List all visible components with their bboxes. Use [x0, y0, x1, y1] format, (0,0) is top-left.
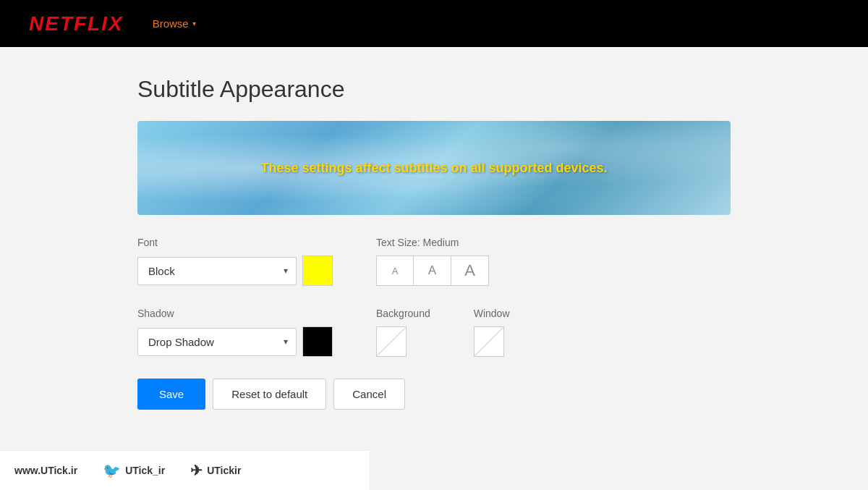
preview-text: These settings affect subtitles on all s… — [260, 161, 607, 176]
netflix-logo: NETFLIX — [29, 12, 124, 35]
twitter-handle: UTick_ir — [125, 465, 165, 476]
text-size-controls: A A A — [376, 255, 489, 286]
footer-telegram: ✈ UTickir — [190, 462, 241, 479]
shadow-dropdown[interactable]: None Drop Shadow Raised Depressed Unifor… — [137, 328, 297, 356]
shadow-color-swatch[interactable] — [302, 326, 333, 357]
font-textsizerow: Font Block Arial Times New Roman Courier… — [137, 237, 731, 286]
telegram-handle: UTickir — [207, 465, 241, 476]
shadow-group: Shadow None Drop Shadow Raised Depressed… — [137, 308, 333, 357]
font-color-swatch[interactable] — [302, 255, 333, 286]
action-buttons: Save Reset to default Cancel — [137, 379, 731, 410]
background-controls — [376, 326, 430, 357]
text-size-group: Text Size: Medium A A A — [376, 237, 489, 286]
text-size-label: Text Size: Medium — [376, 237, 489, 248]
preview-banner: These settings affect subtitles on all s… — [137, 121, 731, 215]
telegram-icon: ✈ — [190, 462, 203, 479]
twitter-icon: 🐦 — [103, 462, 121, 479]
footer-twitter: 🐦 UTick_ir — [103, 462, 165, 479]
header: NETFLIX Browse ▾ — [0, 0, 868, 47]
browse-button[interactable]: Browse ▾ — [153, 17, 196, 30]
font-dropdown[interactable]: Block Arial Times New Roman Courier New — [137, 257, 297, 285]
window-controls — [474, 326, 510, 357]
font-label: Font — [137, 237, 333, 248]
shadow-dropdown-wrapper: None Drop Shadow Raised Depressed Unifor… — [137, 328, 297, 356]
save-button[interactable]: Save — [137, 379, 205, 410]
window-color-swatch[interactable] — [474, 326, 504, 357]
text-size-buttons: A A A — [376, 255, 489, 286]
window-label: Window — [474, 308, 510, 319]
text-size-large-button[interactable]: A — [451, 255, 489, 286]
background-group: Background — [376, 308, 430, 357]
cancel-button[interactable]: Cancel — [333, 379, 405, 410]
browse-arrow-icon: ▾ — [192, 20, 196, 28]
main-content: Subtitle Appearance These settings affec… — [0, 47, 868, 410]
font-group: Font Block Arial Times New Roman Courier… — [137, 237, 333, 286]
font-dropdown-wrapper: Block Arial Times New Roman Courier New … — [137, 257, 297, 285]
shadow-controls: None Drop Shadow Raised Depressed Unifor… — [137, 326, 333, 357]
font-controls: Block Arial Times New Roman Courier New … — [137, 255, 333, 286]
shadow-bg-window-row: Shadow None Drop Shadow Raised Depressed… — [137, 308, 731, 357]
page-wrapper: Subtitle Appearance These settings affec… — [137, 76, 731, 410]
browse-label: Browse — [153, 17, 189, 30]
shadow-label: Shadow — [137, 308, 333, 319]
footer-url: www.UTick.ir — [14, 465, 77, 476]
page-title: Subtitle Appearance — [137, 76, 731, 103]
footer-watermark: www.UTick.ir 🐦 UTick_ir ✈ UTickir — [0, 450, 369, 490]
reset-button[interactable]: Reset to default — [213, 379, 326, 410]
text-size-small-button[interactable]: A — [376, 255, 414, 286]
text-size-medium-button[interactable]: A — [414, 255, 451, 286]
background-color-swatch[interactable] — [376, 326, 407, 357]
window-group: Window — [474, 308, 510, 357]
background-label: Background — [376, 308, 430, 319]
